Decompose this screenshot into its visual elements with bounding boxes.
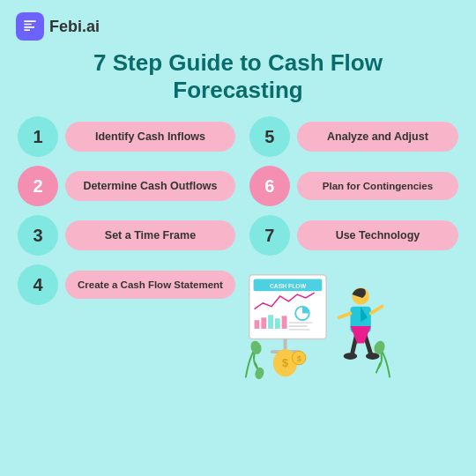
step-label-6: Plan for Contingencies bbox=[297, 172, 458, 200]
step-circle-6: 6 bbox=[249, 166, 290, 206]
svg-text:$: $ bbox=[282, 357, 288, 369]
svg-rect-7 bbox=[275, 319, 280, 330]
step-row-4: 4 Create a Cash Flow Statement bbox=[18, 264, 235, 305]
svg-rect-8 bbox=[282, 316, 287, 330]
step-circle-5: 5 bbox=[249, 116, 290, 157]
step-label-5: Analyze and Adjust bbox=[297, 122, 458, 152]
right-column: 5 Analyze and Adjust 6 Plan for Continge… bbox=[249, 116, 458, 361]
title-section: 7 Step Guide to Cash Flow Forecasting bbox=[0, 46, 476, 116]
step-circle-7: 7 bbox=[249, 215, 290, 256]
step-label-4: Create a Cash Flow Statement bbox=[65, 271, 235, 299]
step-row-1: 1 Identify Cash Inflows bbox=[18, 116, 235, 157]
svg-line-22 bbox=[339, 314, 351, 318]
illustration-area: CASH FLOW bbox=[249, 264, 458, 361]
step-row-6: 6 Plan for Contingencies bbox=[249, 166, 458, 206]
step-label-3: Set a Time Frame bbox=[65, 220, 235, 250]
cash-flow-illustration: CASH FLOW bbox=[241, 269, 395, 383]
svg-rect-6 bbox=[268, 316, 273, 330]
svg-text:$: $ bbox=[297, 354, 301, 363]
main-title: 7 Step Guide to Cash Flow Forecasting bbox=[18, 49, 458, 104]
svg-line-21 bbox=[371, 307, 383, 314]
header: Febi.ai bbox=[0, 0, 476, 46]
step-label-1: Identify Cash Inflows bbox=[65, 122, 235, 152]
logo-text: Febi.ai bbox=[49, 18, 100, 36]
left-column: 1 Identify Cash Inflows 2 Determine Cash… bbox=[18, 116, 235, 361]
svg-rect-9 bbox=[288, 323, 312, 324]
step-circle-2: 2 bbox=[18, 166, 58, 206]
steps-container: 1 Identify Cash Inflows 2 Determine Cash… bbox=[0, 116, 476, 361]
svg-rect-4 bbox=[254, 321, 259, 330]
step-label-7: Use Technology bbox=[297, 220, 458, 250]
step-circle-4: 4 bbox=[18, 264, 58, 305]
step-label-2: Determine Cash Outflows bbox=[65, 171, 235, 201]
step-circle-3: 3 bbox=[18, 215, 58, 256]
svg-rect-5 bbox=[261, 318, 266, 330]
step-row-5: 5 Analyze and Adjust bbox=[249, 116, 458, 157]
step-circle-1: 1 bbox=[18, 116, 58, 157]
step-row-7: 7 Use Technology bbox=[249, 215, 458, 256]
svg-point-27 bbox=[249, 339, 263, 356]
svg-text:CASH FLOW: CASH FLOW bbox=[270, 284, 307, 290]
svg-point-25 bbox=[344, 353, 358, 361]
step-row-3: 3 Set a Time Frame bbox=[18, 215, 235, 256]
step-row-2: 2 Determine Cash Outflows bbox=[18, 166, 235, 206]
logo-icon bbox=[16, 12, 44, 41]
svg-rect-10 bbox=[288, 325, 307, 327]
svg-point-28 bbox=[254, 367, 265, 381]
svg-rect-11 bbox=[288, 329, 309, 331]
